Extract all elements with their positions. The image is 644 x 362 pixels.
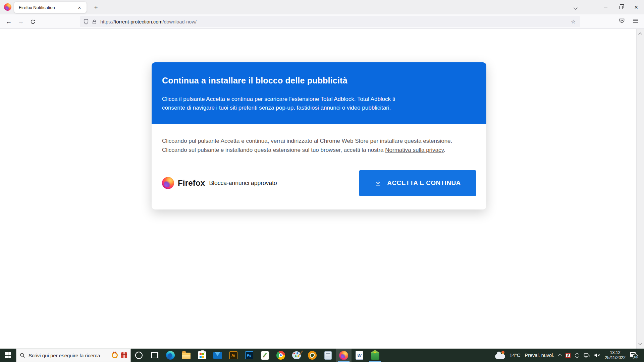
- alarm-clock-icon[interactable]: [112, 352, 118, 358]
- cortana-icon: [135, 352, 143, 359]
- tray-expand-icon[interactable]: [558, 354, 562, 358]
- file-explorer-icon: [182, 353, 191, 359]
- forward-button[interactable]: →: [16, 17, 25, 26]
- pocket-button[interactable]: [619, 18, 625, 25]
- tab-close-icon[interactable]: ×: [76, 4, 83, 11]
- adblock-install-card: Continua a installare il blocco delle pu…: [152, 62, 486, 209]
- windows-logo-icon: [5, 352, 11, 358]
- privacy-policy-link[interactable]: Normativa sulla privacy: [385, 147, 443, 153]
- word-icon: W: [356, 351, 363, 360]
- firefox-app-icon: [4, 3, 11, 11]
- back-button[interactable]: ←: [4, 17, 13, 26]
- network-icon[interactable]: [584, 353, 590, 358]
- hamburger-icon: [633, 19, 638, 19]
- pocket-icon: [619, 18, 625, 24]
- restore-icon: [619, 6, 623, 9]
- taskbar-item-chrome[interactable]: [273, 349, 288, 362]
- bookmark-star-icon[interactable]: ☆: [570, 18, 577, 25]
- weather-condition[interactable]: Preval. nuvol.: [525, 353, 554, 358]
- tab-title: Firefox Notification: [19, 5, 76, 10]
- url-path: /download-now/: [162, 19, 197, 24]
- minimize-icon: [604, 7, 607, 8]
- url-protocol: https://: [100, 19, 115, 24]
- firefox-logo-icon: [162, 177, 174, 189]
- eye-app-icon: [308, 351, 317, 360]
- card-body: Cliccando pul pulsante Accetta e continu…: [152, 124, 486, 209]
- task-view-icon: [151, 352, 158, 358]
- scroll-down-icon[interactable]: [638, 341, 642, 345]
- tracking-shield-icon[interactable]: [83, 19, 89, 24]
- antivirus-tray-icon[interactable]: A: [566, 353, 571, 358]
- action-center-button[interactable]: 13: [630, 352, 637, 358]
- card-subtitle: Clicca il pulsante Accetta e continua pe…: [162, 95, 400, 112]
- tray-circle-icon[interactable]: [575, 353, 579, 358]
- volume-muted-icon[interactable]: [594, 353, 600, 358]
- search-icon: [20, 353, 25, 358]
- taskbar-item-document-viewer[interactable]: [257, 349, 273, 362]
- tray-time: 13:12: [605, 350, 626, 355]
- taskbar-item-illustrator[interactable]: Ai: [225, 349, 241, 362]
- taskbar-item-mail[interactable]: [210, 349, 225, 362]
- accept-continue-button[interactable]: ACCETTA E CONTINUA: [359, 170, 476, 196]
- taskbar-item-paint[interactable]: [288, 349, 304, 362]
- list-all-tabs-button[interactable]: [574, 4, 577, 10]
- browser-tab[interactable]: Firefox Notification ×: [14, 2, 87, 13]
- url-bar[interactable]: https://torrent-protection.com/download-…: [80, 16, 580, 27]
- green-home-icon: [371, 352, 379, 360]
- windows-taskbar: Ai Ps W 14°C Preval. nuvol. A 13:12 25/1…: [0, 349, 644, 362]
- brand-name: Firefox: [178, 178, 205, 188]
- firefox-icon: [339, 351, 348, 360]
- browser-titlebar: Firefox Notification × + ×: [0, 0, 644, 14]
- menu-button[interactable]: [633, 19, 638, 23]
- close-window-button[interactable]: ×: [629, 0, 644, 14]
- edge-icon: [166, 351, 175, 360]
- taskbar-item-notepad[interactable]: [320, 349, 336, 362]
- notepad-icon: [324, 351, 332, 360]
- card-footer: Firefox Blocca-annunci approvato ACCETTA…: [162, 170, 476, 196]
- taskbar-item-task-view[interactable]: [147, 349, 162, 362]
- taskbar-search[interactable]: [16, 349, 131, 362]
- taskbar-item-green-home-active[interactable]: [367, 349, 383, 362]
- download-icon: [374, 179, 382, 187]
- url-text[interactable]: https://torrent-protection.com/download-…: [100, 19, 570, 24]
- browser-toolbar: ← → https://torrent-protection.com/downl…: [0, 14, 644, 29]
- page-content: Continua a installare il blocco delle pu…: [0, 29, 636, 349]
- approved-label: Blocca-annunci approvato: [209, 180, 277, 187]
- start-button[interactable]: [0, 349, 16, 362]
- tray-date: 25/11/2022: [605, 355, 626, 360]
- taskbar-icons: Ai Ps W: [131, 349, 383, 362]
- taskbar-item-word[interactable]: W: [352, 349, 367, 362]
- new-tab-button[interactable]: +: [91, 3, 101, 12]
- search-input[interactable]: [29, 353, 108, 358]
- legal-text: Cliccando pul pulsante Accetta e continu…: [162, 136, 476, 155]
- scroll-up-icon[interactable]: [638, 33, 642, 36]
- taskbar-item-cortana[interactable]: [131, 349, 147, 362]
- taskbar-item-eye-app[interactable]: [304, 349, 320, 362]
- mail-icon: [213, 352, 222, 359]
- show-desktop-button[interactable]: [643, 349, 644, 362]
- gift-icon[interactable]: [121, 352, 127, 358]
- card-header: Continua a installare il blocco delle pu…: [152, 62, 486, 124]
- url-domain: torrent-protection.com: [115, 19, 163, 24]
- paint-palette-icon: [292, 351, 301, 359]
- photoshop-icon: Ps: [245, 351, 253, 359]
- lock-icon[interactable]: [92, 19, 97, 24]
- taskbar-item-edge[interactable]: [162, 349, 178, 362]
- chevron-down-icon: [574, 6, 577, 9]
- weather-icon[interactable]: [495, 354, 505, 359]
- clock-date[interactable]: 13:12 25/11/2022: [605, 350, 626, 360]
- reload-button[interactable]: [28, 17, 38, 26]
- page-scrollbar[interactable]: [636, 29, 644, 349]
- minimize-button[interactable]: [598, 0, 613, 14]
- restore-button[interactable]: [613, 0, 628, 14]
- taskbar-item-photoshop[interactable]: Ps: [241, 349, 257, 362]
- illustrator-icon: Ai: [229, 351, 237, 359]
- system-tray: 14°C Preval. nuvol. A 13:12 25/11/2022 1…: [495, 349, 643, 362]
- taskbar-item-file-explorer[interactable]: [178, 349, 194, 362]
- document-viewer-icon: [261, 351, 269, 360]
- taskbar-item-firefox-active[interactable]: [336, 349, 352, 362]
- taskbar-item-store[interactable]: [194, 349, 210, 362]
- chrome-icon: [276, 351, 285, 360]
- weather-temperature[interactable]: 14°C: [509, 353, 520, 358]
- notification-count-badge: 13: [633, 354, 638, 359]
